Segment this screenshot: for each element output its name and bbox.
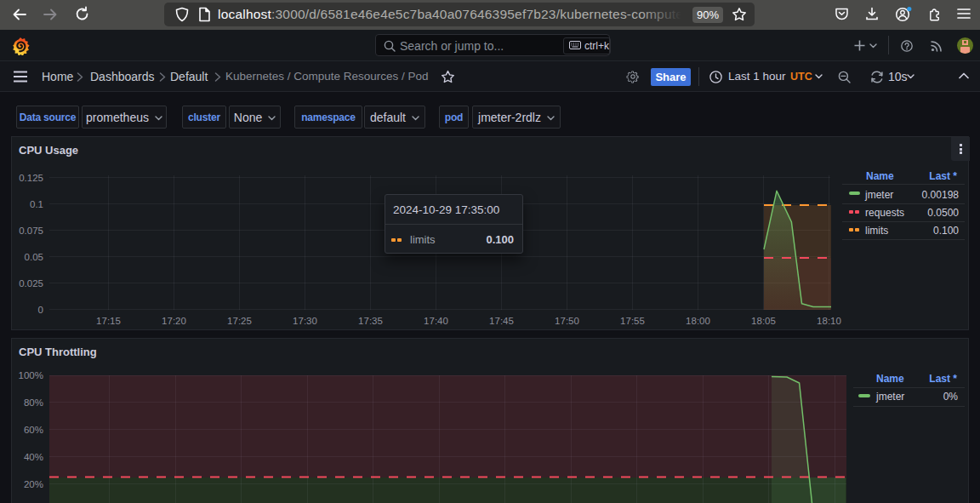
svg-text:17:35: 17:35 [358, 316, 383, 326]
svg-text:18:05: 18:05 [751, 316, 776, 326]
svg-text:17:25: 17:25 [227, 316, 252, 326]
svg-text:18:10: 18:10 [817, 316, 841, 326]
svg-text:40%: 40% [24, 452, 43, 462]
svg-text:0.025: 0.025 [19, 278, 43, 289]
svg-text:17:45: 17:45 [489, 316, 514, 326]
svg-text:17:50: 17:50 [555, 316, 579, 326]
svg-text:18:00: 18:00 [686, 316, 710, 326]
svg-text:17:15: 17:15 [96, 316, 121, 326]
svg-text:80%: 80% [24, 397, 43, 408]
svg-text:0.075: 0.075 [19, 226, 43, 236]
svg-text:17:40: 17:40 [424, 316, 448, 326]
svg-text:0: 0 [38, 305, 43, 315]
svg-text:0.1: 0.1 [30, 199, 43, 209]
svg-text:100%: 100% [19, 370, 43, 380]
svg-text:0.05: 0.05 [25, 252, 43, 262]
svg-text:20%: 20% [24, 479, 43, 489]
svg-text:17:30: 17:30 [293, 316, 317, 326]
svg-text:17:20: 17:20 [162, 316, 186, 326]
svg-text:17:55: 17:55 [620, 316, 645, 326]
svg-text:60%: 60% [24, 425, 43, 435]
svg-text:0.125: 0.125 [19, 173, 43, 183]
